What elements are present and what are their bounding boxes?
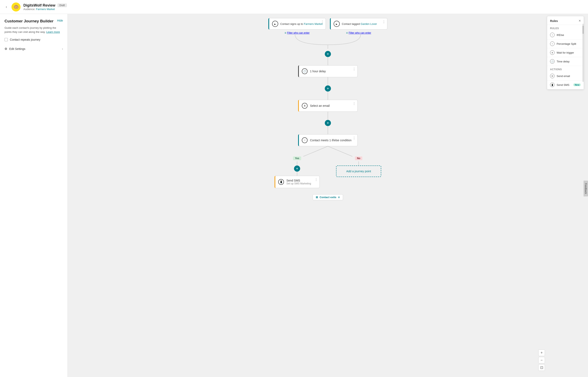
yes-label: Yes <box>293 156 301 160</box>
contact-repeats-checkbox[interactable] <box>4 38 8 41</box>
action-item-send-email[interactable]: ✉ Send email <box>547 72 584 81</box>
yes-connector-2 <box>297 172 297 176</box>
rules-panel: Rules × Rules ⑂ If/Else ⑂ Percentage Spl… <box>547 16 584 90</box>
contact-exits-button[interactable]: ⊞ Contact exits ∨ <box>313 194 343 200</box>
trigger-row: Contact signs up to Farmers Market ⋮ Fil… <box>72 18 584 35</box>
play-icon <box>274 22 276 26</box>
add-node-btn-1[interactable]: + <box>325 51 331 57</box>
no-connector <box>358 161 359 165</box>
rules-panel-close-button[interactable]: × <box>578 19 581 23</box>
time-delay-icon: 🕐 <box>550 59 554 64</box>
merge-connector <box>260 35 396 49</box>
new-badge: New <box>573 83 581 86</box>
delay-node-menu[interactable]: ⋮ <box>352 67 356 71</box>
delay-node[interactable]: 🕐 1 hour delay ⋮ <box>298 65 358 77</box>
chevron-down-icon: ∨ <box>338 196 340 199</box>
connector-3 <box>328 92 328 100</box>
filter-icon-right <box>346 31 348 35</box>
back-button[interactable]: ‹ <box>4 4 9 10</box>
trigger-node-menu[interactable]: ⋮ <box>321 20 324 24</box>
trigger-node-signup[interactable]: Contact signs up to Farmers Market ⋮ <box>268 18 326 30</box>
add-node-btn-2[interactable]: + <box>325 85 331 92</box>
farmers-market-link[interactable]: Farmers Market <box>304 22 323 25</box>
yes-branch: Yes + 📱 Send SMS Set up SMS Marketing ⋮ <box>274 156 320 188</box>
app-header: ‹ 🐵 DigitsWolf Review Draft Audience: Fa… <box>0 0 588 14</box>
rules-panel-scrollbar[interactable] <box>582 24 584 82</box>
connector-2 <box>328 77 328 85</box>
percentage-split-label: Percentage Split <box>557 42 576 45</box>
trigger-node-menu-2[interactable]: ⋮ <box>382 20 385 24</box>
ifelse-node[interactable]: ⑂ Contact meets 1 if/else condition ⋮ <box>298 134 358 146</box>
no-branch: No Add a journey point <box>336 156 381 177</box>
rule-item-wait-trigger[interactable]: ⏸ Wait for trigger <box>547 48 584 57</box>
filter-enter-link-left[interactable]: Filter who can enter <box>287 31 310 34</box>
main-layout: Customer Journey Builder Hide Guide each… <box>0 14 588 377</box>
add-node-yes-btn[interactable]: + <box>294 165 300 172</box>
trigger-play-icon-2 <box>334 21 340 27</box>
ifelse-label: Contact meets 1 if/else condition <box>310 139 354 142</box>
sidebar-description: Guide each contact's journey by plotting… <box>4 26 63 34</box>
contact-exits-label: Contact exits <box>320 196 337 199</box>
trigger-signup-text: Contact signs up to Farmers Market <box>280 22 323 25</box>
zoom-controls: + − ⊡ <box>538 350 545 371</box>
zoom-out-button[interactable]: − <box>538 357 545 364</box>
audience-link[interactable]: Farmers Market <box>36 8 55 11</box>
rule-item-percentage-split[interactable]: ⑂ Percentage Split <box>547 39 584 48</box>
hide-button[interactable]: Hide <box>57 19 63 22</box>
zoom-in-button[interactable]: + <box>538 350 545 356</box>
journey-canvas[interactable]: Contact signs up to Farmers Market ⋮ Fil… <box>68 14 588 377</box>
settings-label: Edit Settings <box>9 47 25 50</box>
sms-node[interactable]: 📱 Send SMS Set up SMS Marketing ⋮ <box>274 176 320 188</box>
ifelse-rule-icon: ⑂ <box>550 33 554 37</box>
contact-exits-area: ⊞ Contact exits ∨ <box>313 194 343 200</box>
feedback-tab[interactable]: Feedback <box>584 181 588 197</box>
center-flow: + 🕐 1 hour delay ⋮ + ⏸ Select an email ⋮ <box>72 51 584 200</box>
edit-settings-row[interactable]: Edit Settings › <box>4 45 63 52</box>
branch-split <box>277 146 379 156</box>
ifelse-node-menu[interactable]: ⋮ <box>352 136 356 140</box>
send-email-icon: ✉ <box>550 74 554 78</box>
sms-node-menu[interactable]: ⋮ <box>315 178 318 181</box>
contact-repeats-row[interactable]: Contact repeats journey <box>4 38 63 41</box>
pause-icon: ⏸ <box>302 103 307 109</box>
exit-icon: ⊞ <box>316 196 318 199</box>
add-journey-box[interactable]: Add a journey point <box>336 165 381 177</box>
svg-line-2 <box>328 146 352 156</box>
email-node[interactable]: ⏸ Select an email ⋮ <box>298 100 358 112</box>
journey-flow: Contact signs up to Farmers Market ⋮ Fil… <box>72 18 584 203</box>
filter-icon-left <box>284 31 286 35</box>
zoom-fit-button[interactable]: ⊡ <box>538 364 545 371</box>
learn-more-link[interactable]: Learn more <box>46 30 60 34</box>
actions-section-label: Actions <box>547 66 584 72</box>
app-logo: 🐵 <box>11 2 21 12</box>
connector-1 <box>328 57 328 65</box>
add-node-btn-3[interactable]: + <box>325 120 331 126</box>
trigger-tagged-text: Contact tagged Garden Lover <box>342 22 384 25</box>
rule-item-ifelse[interactable]: ⑂ If/Else <box>547 31 584 39</box>
send-email-label: Send email <box>557 74 570 78</box>
percentage-split-icon: ⑂ <box>550 41 554 46</box>
contact-repeats-label: Contact repeats journey <box>10 38 40 41</box>
delay-label: 1 hour delay <box>310 70 354 73</box>
trigger-play-icon <box>272 21 278 27</box>
draft-badge: Draft <box>57 3 67 7</box>
email-node-menu[interactable]: ⋮ <box>352 102 356 106</box>
sidebar: Customer Journey Builder Hide Guide each… <box>0 14 68 377</box>
sms-icon: 📱 <box>278 179 284 185</box>
branch-area: Yes + 📱 Send SMS Set up SMS Marketing ⋮ <box>274 156 381 188</box>
filter-enter-link-right[interactable]: Filter who can enter <box>349 31 371 34</box>
chevron-right-icon: › <box>62 47 63 51</box>
trigger-node-tagged[interactable]: Contact tagged Garden Lover ⋮ <box>330 18 387 30</box>
clock-icon: 🕐 <box>302 68 307 74</box>
rule-item-time-delay[interactable]: 🕐 Time delay <box>547 57 584 66</box>
svg-line-1 <box>303 146 328 156</box>
action-item-send-sms[interactable]: 📱 Send SMS New <box>547 81 584 89</box>
connector-4 <box>328 112 328 120</box>
header-title-group: DigitsWolf Review Draft Audience: Farmer… <box>23 3 67 11</box>
garden-lover-link[interactable]: Garden Lover <box>361 22 377 25</box>
play-icon-2 <box>336 22 338 26</box>
app-title: DigitsWolf Review <box>23 3 55 8</box>
wait-trigger-icon: ⏸ <box>550 50 554 55</box>
no-label: No <box>355 156 362 160</box>
scrollbar-thumb <box>582 26 584 34</box>
